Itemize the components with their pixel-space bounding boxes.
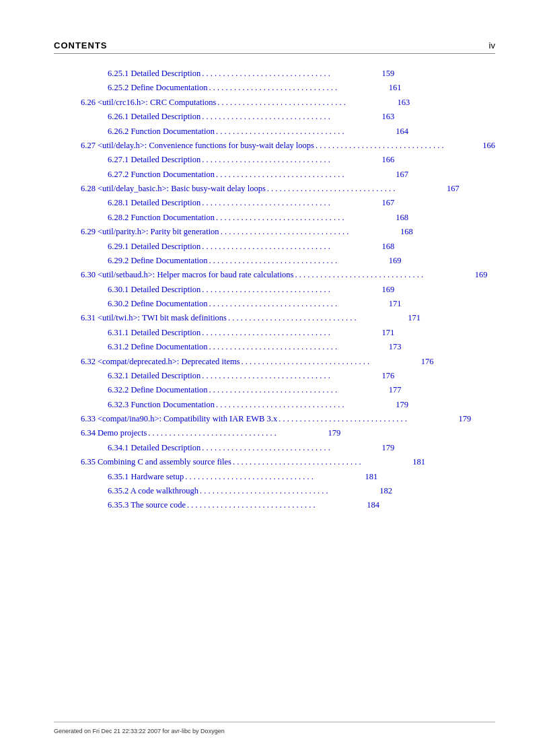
toc-entry[interactable]: 6.31.1 Detailed Description . . . . . . … [54, 327, 495, 339]
toc-entry[interactable]: 6.25.2 Define Documentation . . . . . . … [54, 81, 495, 94]
toc-page-number: 177 [383, 384, 402, 397]
toc-label: 6.32.1 Detailed Description [108, 370, 200, 382]
toc-label: 6.26 <util/crc16.h>: CRC Computations [81, 96, 216, 109]
toc-dots: . . . . . . . . . . . . . . . . . . . . … [231, 456, 406, 469]
toc-entry[interactable]: 6.27.1 Detailed Description . . . . . . … [54, 153, 495, 166]
toc-entry[interactable]: 6.30 <util/setbaud.h>: Helper macros for… [54, 269, 495, 281]
toc-entry[interactable]: 6.26.2 Function Documentation . . . . . … [54, 125, 495, 138]
toc-label: 6.30.2 Define Documentation [108, 298, 208, 310]
toc-dots: . . . . . . . . . . . . . . . . . . . . … [200, 370, 375, 382]
toc-page-number: 169 [468, 269, 487, 281]
toc-label: 6.29.2 Define Documentation [108, 254, 208, 267]
toc-dots: . . . . . . . . . . . . . . . . . . . . … [215, 125, 390, 138]
toc-page-number: 182 [373, 485, 392, 497]
toc-dots: . . . . . . . . . . . . . . . . . . . . … [200, 67, 375, 80]
toc-page-number: 169 [383, 254, 402, 267]
toc-entry[interactable]: 6.26.1 Detailed Description . . . . . . … [54, 110, 495, 123]
toc-page-number: 181 [406, 456, 425, 469]
toc-entry[interactable]: 6.28.2 Function Documentation . . . . . … [54, 211, 495, 224]
toc-page-number: 167 [441, 182, 460, 195]
toc-dots: . . . . . . . . . . . . . . . . . . . . … [200, 240, 375, 253]
toc-dots: . . . . . . . . . . . . . . . . . . . . … [216, 96, 391, 109]
toc-dots: . . . . . . . . . . . . . . . . . . . . … [198, 485, 373, 497]
toc-page-number: 181 [359, 471, 377, 483]
toc-entry[interactable]: 6.32.1 Detailed Description . . . . . . … [54, 370, 495, 382]
toc-page-number: 179 [322, 427, 340, 440]
toc-label: 6.25.1 Detailed Description [108, 67, 200, 80]
toc-label: 6.27.1 Detailed Description [108, 153, 200, 166]
toc-page-number: 171 [402, 312, 420, 324]
toc-label: 6.26.1 Detailed Description [108, 110, 200, 123]
toc-label: 6.32 <compat/deprecated.h>: Deprecated i… [81, 355, 240, 368]
toc-entry[interactable]: 6.31.2 Define Documentation . . . . . . … [54, 341, 495, 353]
toc-dots: . . . . . . . . . . . . . . . . . . . . … [147, 427, 322, 440]
toc-entry[interactable]: 6.27 <util/delay.h>: Convenience functio… [54, 139, 495, 152]
toc-entry[interactable]: 6.26 <util/crc16.h>: CRC Computations . … [54, 96, 495, 109]
toc-entry[interactable]: 6.30.2 Define Documentation . . . . . . … [54, 298, 495, 310]
toc-label: 6.30.1 Detailed Description [108, 283, 200, 296]
toc-page-number: 166 [476, 139, 495, 152]
toc-dots: . . . . . . . . . . . . . . . . . . . . … [208, 341, 383, 353]
toc-entry[interactable]: 6.31 <util/twi.h>: TWI bit mask definiti… [54, 312, 495, 324]
toc-entry[interactable]: 6.29.2 Define Documentation . . . . . . … [54, 254, 495, 267]
toc-dots: . . . . . . . . . . . . . . . . . . . . … [293, 269, 468, 281]
toc-entry[interactable]: 6.29.1 Detailed Description . . . . . . … [54, 240, 495, 253]
page-footer: Generated on Fri Dec 21 22:33:22 2007 fo… [54, 722, 495, 736]
toc-dots: . . . . . . . . . . . . . . . . . . . . … [200, 197, 375, 209]
toc-page-number: 163 [375, 110, 394, 123]
toc-page-number: 173 [383, 341, 402, 353]
toc-page-number: 169 [375, 283, 394, 296]
toc-page-number: 166 [375, 153, 394, 166]
toc-entry[interactable]: 6.32 <compat/deprecated.h>: Deprecated i… [54, 355, 495, 368]
toc-dots: . . . . . . . . . . . . . . . . . . . . … [200, 110, 375, 123]
toc-label: 6.33 <compat/ina90.h>: Compatibility wit… [81, 413, 277, 425]
toc-entry[interactable]: 6.30.1 Detailed Description . . . . . . … [54, 283, 495, 296]
toc-label: 6.27 <util/delay.h>: Convenience functio… [81, 139, 314, 152]
toc-entry[interactable]: 6.35.3 The source code . . . . . . . . .… [54, 499, 495, 512]
toc-entry[interactable]: 6.35 Combining C and assembly source fil… [54, 456, 495, 469]
toc-label: 6.31.1 Detailed Description [108, 327, 200, 339]
toc-entry[interactable]: 6.28.1 Detailed Description . . . . . . … [54, 197, 495, 209]
toc-page-number: 167 [390, 168, 408, 181]
footer-text: Generated on Fri Dec 21 22:33:22 2007 fo… [54, 728, 225, 734]
toc-dots: . . . . . . . . . . . . . . . . . . . . … [200, 442, 375, 454]
toc-dots: . . . . . . . . . . . . . . . . . . . . … [208, 298, 383, 310]
toc-label: 6.32.2 Define Documentation [108, 384, 208, 397]
toc-dots: . . . . . . . . . . . . . . . . . . . . … [186, 499, 361, 512]
page: CONTENTS iv 6.25.1 Detailed Description … [0, 0, 549, 756]
toc-entry[interactable]: 6.33 <compat/ina90.h>: Compatibility wit… [54, 413, 495, 425]
toc-page-number: 176 [375, 370, 394, 382]
toc-entry[interactable]: 6.34 Demo projects . . . . . . . . . . .… [54, 427, 495, 440]
toc-page-number: 176 [415, 355, 434, 368]
toc-label: 6.28.1 Detailed Description [108, 197, 200, 209]
toc-entry[interactable]: 6.25.1 Detailed Description . . . . . . … [54, 67, 495, 80]
toc-label: 6.32.3 Function Documentation [108, 399, 215, 411]
toc-label: 6.35.1 Hardware setup [108, 471, 184, 483]
toc-page-number: 168 [390, 211, 408, 224]
toc-entry[interactable]: 6.27.2 Function Documentation . . . . . … [54, 168, 495, 181]
toc-dots: . . . . . . . . . . . . . . . . . . . . … [240, 355, 415, 368]
toc-label: 6.31.2 Define Documentation [108, 341, 208, 353]
toc-dots: . . . . . . . . . . . . . . . . . . . . … [314, 139, 476, 152]
toc-entry[interactable]: 6.34.1 Detailed Description . . . . . . … [54, 442, 495, 454]
toc-dots: . . . . . . . . . . . . . . . . . . . . … [215, 399, 390, 411]
toc-page-number: 164 [390, 125, 408, 138]
toc-page-number: 171 [383, 298, 402, 310]
toc-entry[interactable]: 6.32.2 Define Documentation . . . . . . … [54, 384, 495, 397]
toc-entry[interactable]: 6.28 <util/delay_basic.h>: Basic busy-wa… [54, 182, 495, 195]
toc-label: 6.29.1 Detailed Description [108, 240, 200, 253]
toc-page-number: 163 [391, 96, 410, 109]
toc-entry[interactable]: 6.35.2 A code walkthrough . . . . . . . … [54, 485, 495, 497]
toc-page-number: 168 [394, 226, 413, 238]
toc-label: 6.35.3 The source code [108, 499, 186, 512]
toc-dots: . . . . . . . . . . . . . . . . . . . . … [200, 327, 375, 339]
toc-page-number: 179 [452, 413, 471, 425]
toc-label: 6.27.2 Function Documentation [108, 168, 215, 181]
toc-entry[interactable]: 6.29 <util/parity.h>: Parity bit generat… [54, 226, 495, 238]
toc-label: 6.34.1 Detailed Description [108, 442, 200, 454]
toc-dots: . . . . . . . . . . . . . . . . . . . . … [184, 471, 359, 483]
toc-entry[interactable]: 6.35.1 Hardware setup . . . . . . . . . … [54, 471, 495, 483]
toc-page-number: 167 [375, 197, 394, 209]
toc-dots: . . . . . . . . . . . . . . . . . . . . … [208, 254, 383, 267]
toc-entry[interactable]: 6.32.3 Function Documentation . . . . . … [54, 399, 495, 411]
